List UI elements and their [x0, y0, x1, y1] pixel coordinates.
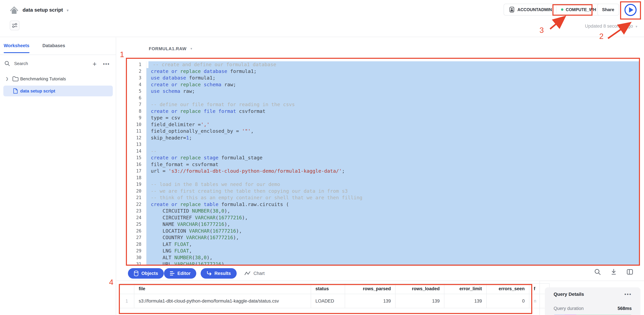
code-line[interactable]	[146, 95, 640, 101]
line-number: 31	[127, 261, 146, 265]
results-table: filestatusrows_parsedrows_loadederror_li…	[120, 283, 550, 308]
code-line[interactable]: use schema raw;	[146, 88, 640, 95]
tree-item-worksheet-selected[interactable]: ❯ data setup script	[3, 86, 113, 96]
column-header[interactable]	[120, 284, 134, 294]
code-line[interactable]: -- we are first creating the table then …	[146, 188, 640, 195]
line-number: 21	[127, 194, 146, 201]
code-line[interactable]: -- define our file format for reading in…	[146, 101, 640, 108]
table-row[interactable]: 1s3://formula1-dbt-cloud-python-demo/for…	[120, 294, 550, 308]
table-cell[interactable]: 139	[345, 294, 396, 308]
main-panel: FORMULA1.RAW ▼ 1234567891011121314151617…	[116, 37, 644, 315]
column-header[interactable]: rows_parsed	[345, 284, 396, 294]
code-line[interactable]: create or replace database formula1;	[146, 68, 640, 75]
code-line[interactable]	[146, 141, 640, 148]
line-number: 7	[127, 101, 146, 108]
line-number: 29	[127, 248, 146, 254]
split-columns-icon[interactable]	[626, 268, 633, 275]
search-results-icon[interactable]	[594, 268, 601, 275]
column-header[interactable]: errors_seen	[486, 284, 529, 294]
new-worksheet-button[interactable]: +	[90, 60, 99, 68]
table-cell[interactable]: 1	[120, 294, 134, 308]
tab-worksheets[interactable]: Worksheets	[4, 43, 30, 48]
results-panel: filestatusrows_parsedrows_loadederror_li…	[116, 281, 644, 315]
code-line[interactable]: type = csv	[146, 115, 640, 121]
query-duration-value: 568ms	[618, 306, 632, 311]
filters-button[interactable]	[10, 21, 20, 30]
pill-divider	[556, 6, 557, 13]
line-number: 16	[127, 161, 146, 168]
code-line[interactable]: create or replace schema raw;	[146, 81, 640, 88]
tab-databases[interactable]: Databases	[42, 43, 65, 48]
sidebar-more-button[interactable]: •••	[102, 60, 111, 68]
run-play-icon	[624, 4, 636, 16]
code-line[interactable]: skip_header=1;	[146, 135, 640, 141]
chevron-right-icon[interactable]: ❯	[3, 77, 11, 81]
code-line[interactable]: --	[146, 148, 640, 155]
updated-timestamp[interactable]: Updated 8 seconds ago▼	[560, 24, 638, 29]
sidebar-tabs: Worksheets Databases	[0, 37, 116, 55]
context-pill: ACCOUNTADMIN COMPUTE_WH	[504, 4, 602, 16]
code-line[interactable]: LAT FLOAT,	[146, 241, 640, 248]
code-line[interactable]: ALT NUMBER(38,0),	[146, 254, 640, 261]
sql-editor[interactable]: 1234567891011121314151617181920212223242…	[127, 59, 640, 265]
code-line[interactable]: create or replace file format csvformat	[146, 108, 640, 115]
line-number: 28	[127, 241, 146, 248]
line-number: 26	[127, 228, 146, 234]
home-icon[interactable]	[10, 6, 18, 14]
editor-button[interactable]: Editor	[164, 268, 196, 279]
code-line[interactable]: field_delimiter =','	[146, 121, 640, 128]
code-line[interactable]: COUNTRY VARCHAR(16777216),	[146, 234, 640, 241]
query-details-more-button[interactable]: •••	[624, 291, 632, 297]
code-line[interactable]: create or replace stage formula1_stage	[146, 154, 640, 161]
code-line[interactable]: -- create and define our formula1 databa…	[148, 61, 640, 68]
context-selector[interactable]: FORMULA1.RAW ▼	[149, 46, 193, 51]
code-line[interactable]: create or replace table formula1.raw.cir…	[146, 201, 640, 208]
worksheet-title[interactable]: data setup script▼	[22, 7, 69, 13]
search-input[interactable]: Search	[4, 61, 28, 66]
download-icon[interactable]	[610, 268, 617, 275]
code-area[interactable]: -- create and define our formula1 databa…	[146, 61, 640, 265]
table-cell[interactable]: 139	[444, 294, 486, 308]
chart-toggle[interactable]: Chart	[244, 268, 264, 279]
code-line[interactable]: CIRCUITID NUMBER(38,0),	[146, 208, 640, 214]
sidebar-search-row: Search + •••	[0, 59, 116, 70]
table-cell[interactable]: 0	[486, 294, 529, 308]
table-cell[interactable]: 139	[396, 294, 444, 308]
code-line[interactable]: NAME VARCHAR(16777216),	[146, 221, 640, 228]
worksheet-tree: ❯ Benchmarking Tutorials ❯ data setup sc…	[0, 74, 116, 96]
return-arrow-icon	[206, 271, 212, 276]
results-button[interactable]: Results	[201, 268, 237, 279]
code-line[interactable]: LOCATION VARCHAR(16777216),	[146, 228, 640, 234]
code-line[interactable]: URL VARCHAR(16777216),	[146, 261, 640, 265]
share-button[interactable]: Share	[597, 4, 619, 16]
column-header[interactable]: rows_loaded	[396, 284, 444, 294]
code-line[interactable]: field_optionally_enclosed_by = '"',	[146, 128, 640, 135]
code-line[interactable]: -- load in the 8 tables we need for our …	[146, 181, 640, 188]
warehouse-status-dot	[561, 9, 563, 11]
chart-line-icon	[244, 271, 250, 275]
column-header[interactable]: status	[311, 284, 345, 294]
code-line[interactable]: file_format = csvformat	[146, 161, 640, 168]
line-number: 30	[127, 254, 146, 261]
updated-caret-icon: ▼	[635, 25, 638, 28]
database-icon	[134, 270, 139, 276]
run-button[interactable]	[623, 3, 638, 17]
column-header[interactable]: file	[134, 284, 311, 294]
code-line[interactable]: CIRCUITREF VARCHAR(16777216),	[146, 214, 640, 221]
line-number: 19	[127, 181, 146, 188]
role-selector[interactable]: ACCOUNTADMIN	[509, 7, 552, 13]
title-caret-icon: ▼	[66, 9, 69, 12]
table-cell[interactable]: s3://formula1-dbt-cloud-python-demo/form…	[134, 294, 311, 308]
line-number: 4	[127, 81, 146, 88]
code-line[interactable]: url = 's3://formula1-dbt-cloud-python-de…	[146, 168, 640, 174]
code-line[interactable]	[146, 174, 640, 181]
code-line[interactable]: LNG FLOAT,	[146, 248, 640, 254]
objects-button[interactable]: Objects	[128, 268, 164, 279]
tree-item-folder[interactable]: ❯ Benchmarking Tutorials	[3, 74, 113, 84]
code-line[interactable]: use database formula1;	[146, 75, 640, 81]
code-line[interactable]: -- think of this as an empty container o…	[146, 194, 640, 201]
column-header[interactable]: error_limit	[444, 284, 486, 294]
table-cell[interactable]: LOADED	[311, 294, 345, 308]
line-number: 15	[127, 154, 146, 161]
warehouse-selector[interactable]: COMPUTE_WH	[561, 7, 597, 12]
